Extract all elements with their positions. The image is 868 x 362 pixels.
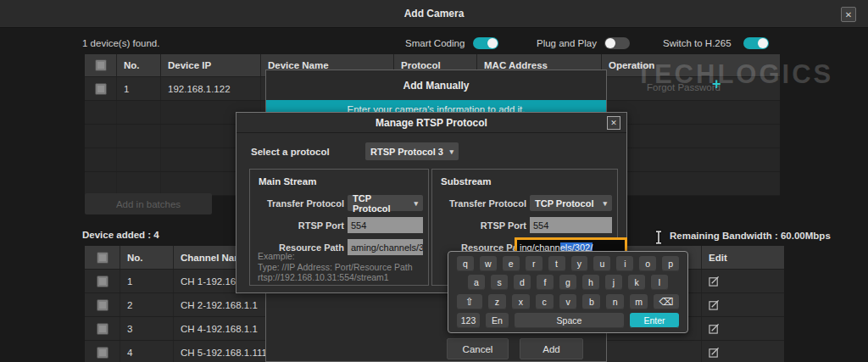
key-u[interactable]: u bbox=[593, 256, 610, 271]
empty-cell bbox=[602, 172, 780, 195]
main-transfer-protocol-select[interactable]: TCP Protocol ▾ bbox=[348, 195, 423, 211]
cancel-button[interactable]: Cancel bbox=[447, 338, 509, 359]
edit-icon[interactable] bbox=[702, 293, 784, 316]
empty-cell bbox=[117, 125, 161, 148]
row-checkbox-cell bbox=[85, 293, 120, 316]
key-m[interactable]: m bbox=[630, 294, 648, 309]
key-k[interactable]: k bbox=[628, 275, 645, 290]
forgot-password-link[interactable]: Forgot Password bbox=[647, 82, 721, 92]
enter-key[interactable]: Enter bbox=[630, 313, 679, 328]
devices-found-text: 1 device(s) found. bbox=[82, 38, 159, 48]
rtsp-close-icon[interactable]: ✕ bbox=[607, 116, 620, 130]
h265-toggle[interactable] bbox=[743, 37, 769, 49]
key-h[interactable]: h bbox=[582, 275, 599, 290]
row-checkbox-cell bbox=[85, 317, 120, 340]
text-cursor-icon bbox=[654, 231, 663, 246]
key-b[interactable]: b bbox=[582, 294, 600, 309]
chevron-down-icon: ▾ bbox=[414, 199, 418, 208]
sub-transfer-protocol-value: TCP Protocol bbox=[535, 198, 593, 209]
row-no: 3 bbox=[120, 317, 174, 340]
empty-cell bbox=[117, 148, 161, 171]
key-d[interactable]: d bbox=[514, 275, 531, 290]
row-no: 1 bbox=[120, 270, 174, 292]
key-x[interactable]: x bbox=[512, 294, 530, 309]
protocol-select[interactable]: RTSP Protocol 3 ▾ bbox=[365, 142, 459, 160]
key-a[interactable]: a bbox=[468, 275, 485, 290]
key-q[interactable]: q bbox=[457, 256, 474, 271]
language-key[interactable]: En bbox=[486, 313, 509, 328]
empty-cell bbox=[85, 125, 117, 148]
keyboard-row-2: asdfghjkl bbox=[468, 275, 668, 290]
example-text: Example: Type: //IP Address: Port/Resour… bbox=[258, 251, 412, 283]
rtsp-dialog-title: Manage RTSP Protocol bbox=[236, 113, 626, 133]
toggle-knob bbox=[605, 38, 615, 48]
key-o[interactable]: o bbox=[639, 256, 656, 271]
shift-key[interactable]: ⇧ bbox=[457, 294, 482, 309]
key-g[interactable]: g bbox=[559, 275, 576, 290]
plug-and-play-label: Plug and Play bbox=[537, 38, 597, 48]
empty-cell bbox=[117, 172, 161, 195]
select-protocol-label: Select a protocol bbox=[251, 147, 330, 157]
add-button[interactable]: Add bbox=[520, 338, 583, 359]
rtsp-port-label: RTSP Port bbox=[250, 220, 348, 231]
header-no: No. bbox=[117, 54, 161, 76]
sub-rtsp-port-input[interactable]: 554 bbox=[530, 217, 612, 233]
key-z[interactable]: z bbox=[488, 294, 506, 309]
plug-and-play-toggle[interactable] bbox=[604, 37, 630, 49]
numeric-layout-key[interactable]: 123 bbox=[457, 313, 480, 328]
key-t[interactable]: t bbox=[548, 256, 565, 271]
smart-coding-toggle[interactable] bbox=[473, 37, 498, 49]
key-c[interactable]: c bbox=[536, 294, 554, 309]
row-no: 4 bbox=[120, 341, 174, 362]
header-no: No. bbox=[120, 246, 174, 269]
key-j[interactable]: j bbox=[605, 275, 622, 290]
onscreen-keyboard: qwertyuiop asdfghjkl ⇧ zxcvbnm ⌫ 123 En … bbox=[448, 251, 688, 333]
select-all-checkbox[interactable] bbox=[97, 252, 108, 264]
key-v[interactable]: v bbox=[559, 294, 577, 309]
add-device-plus-icon[interactable]: + bbox=[712, 75, 721, 93]
empty-cell bbox=[85, 172, 117, 195]
edit-icon[interactable] bbox=[702, 270, 784, 292]
add-manually-title: Add Manually bbox=[266, 70, 606, 100]
remaining-bandwidth-text: Remaining Bandwidth : 60.00Mbps bbox=[670, 231, 831, 241]
h265-label: Switch to H.265 bbox=[663, 38, 732, 48]
row-checkbox[interactable] bbox=[97, 276, 108, 287]
key-y[interactable]: y bbox=[571, 256, 588, 271]
row-checkbox-cell bbox=[85, 77, 117, 100]
sub-transfer-protocol-select[interactable]: TCP Protocol ▾ bbox=[530, 195, 612, 211]
key-p[interactable]: p bbox=[662, 256, 679, 271]
select-all-checkbox[interactable] bbox=[95, 59, 107, 71]
backspace-key[interactable]: ⌫ bbox=[654, 294, 679, 309]
protocol-select-value: RTSP Protocol 3 bbox=[370, 147, 443, 157]
key-f[interactable]: f bbox=[537, 275, 554, 290]
key-l[interactable]: l bbox=[651, 275, 668, 290]
space-key[interactable]: Space bbox=[515, 313, 624, 328]
row-checkbox[interactable] bbox=[97, 347, 108, 359]
keyboard-row-3-letters: zxcvbnm bbox=[488, 294, 648, 309]
main-rtsp-port-input[interactable]: 554 bbox=[348, 217, 423, 233]
empty-cell bbox=[602, 125, 780, 148]
chevron-down-icon: ▾ bbox=[603, 199, 607, 208]
keyboard-row-4: 123 En Space Enter bbox=[457, 313, 679, 328]
edit-icon[interactable] bbox=[702, 317, 784, 340]
device-added-text: Device added : 4 bbox=[82, 230, 159, 240]
transfer-protocol-label: Transfer Protocol bbox=[432, 198, 530, 209]
key-r[interactable]: r bbox=[526, 256, 542, 271]
empty-cell bbox=[117, 101, 161, 124]
empty-cell bbox=[85, 148, 117, 171]
row-no: 1 bbox=[117, 77, 161, 100]
add-in-batches-button[interactable]: Add in batches bbox=[85, 193, 212, 214]
window-close-icon[interactable]: ✕ bbox=[841, 7, 856, 22]
edit-icon[interactable] bbox=[702, 341, 784, 362]
row-checkbox[interactable] bbox=[95, 83, 107, 95]
example-line2: Type: //IP Address: Port/Resource Path bbox=[258, 262, 412, 273]
smart-coding-label: Smart Coding bbox=[405, 38, 465, 48]
keyboard-row-3: ⇧ zxcvbnm ⌫ bbox=[457, 294, 679, 309]
key-e[interactable]: e bbox=[503, 256, 520, 271]
key-w[interactable]: w bbox=[480, 256, 497, 271]
row-checkbox[interactable] bbox=[97, 323, 108, 335]
key-i[interactable]: i bbox=[616, 256, 633, 271]
key-n[interactable]: n bbox=[606, 294, 624, 309]
row-checkbox[interactable] bbox=[97, 299, 108, 311]
key-s[interactable]: s bbox=[491, 275, 508, 290]
